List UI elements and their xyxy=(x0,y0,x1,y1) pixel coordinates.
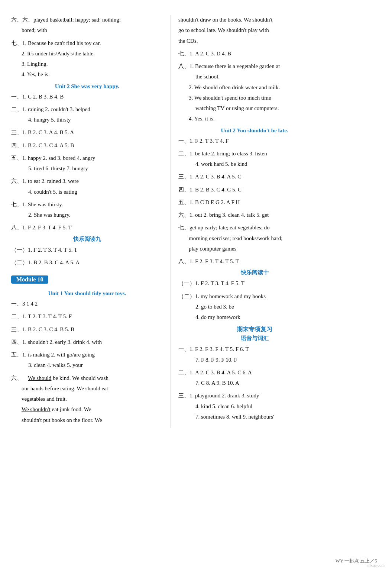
qi-line3: 3. Lingling. xyxy=(11,59,163,69)
unit1-liu: 六、 We should be kind. We should wash our… xyxy=(11,373,163,425)
r-unit2-qi: 七、get up early; late; eat vegetables; do… xyxy=(178,223,331,254)
r-unit2-liu: 六、1. out 2. bring 3. clean 4. talk 5. ge… xyxy=(178,210,331,220)
module10-label: Module 10 xyxy=(11,275,48,284)
unit2-san: 三、1. B 2. C 3. A 4. B 5. A xyxy=(11,128,163,137)
unit2-qi: 七、1. She was thirsty. 2. She was hungry. xyxy=(11,200,163,220)
unit2-liu: 六、1. to eat 2. rained 3. were 4. couldn'… xyxy=(11,176,163,197)
r-unit2-ba: 八、1. F 2. F 3. T 4. T 5. T xyxy=(178,257,331,266)
kuaile10-er: （二）1. my homework and my books 2. go to … xyxy=(178,291,331,322)
right-column: shouldn't draw on the books. We shouldn'… xyxy=(171,15,331,428)
unit1-yi: 一、3 1 4 2 xyxy=(11,299,163,309)
liu-line2: bored; with xyxy=(11,25,163,35)
r-unit2-yi: 一、1. F 2. T 3. T 4. F xyxy=(178,136,331,146)
unit1-si: 四、1. shouldn't 2. early 3. drink 4. with xyxy=(11,337,163,347)
qi-line2: 2. It's under his/Andy's/the table. xyxy=(11,49,163,58)
kuaile10-yi: （一）1. F 2. T 3. T 4. F 5. T xyxy=(178,278,331,288)
qimo-sub: 语音与词汇 xyxy=(178,335,331,342)
unit2-ba: 八、1. F 2. F 3. T 4. F 5. T xyxy=(11,223,163,232)
r-unit2-si: 四、1. B 2. B 3. C 4. C 5. C xyxy=(178,185,331,194)
kuaile9-yi: （一）1. F 2. T 3. T 4. T 5. T xyxy=(11,245,163,255)
unit1-wu: 五、1. is making 2. will go/are going 3. c… xyxy=(11,350,163,370)
unit2-title: Unit 2 She was very happy. xyxy=(11,83,163,90)
r-unit2-wu: 五、1. B C D E G 2. A F H xyxy=(178,197,331,207)
kuaile9-er: （二）1. B 2. B 3. C 4. A 5. A xyxy=(11,258,163,267)
cont-lines: shouldn't draw on the books. We shouldn'… xyxy=(178,15,331,46)
unit1-er: 二、1. T 2. T 3. T 4. T 5. F xyxy=(11,312,163,321)
r-unit2-er: 二、1. be late 2. bring; to class 3. liste… xyxy=(178,149,331,169)
unit2-si: 四、1. B 2. C 3. C 4. A 5. B xyxy=(11,141,163,150)
unit2-yi: 一、1. C 2. B 3. B 4. B xyxy=(11,92,163,101)
right-ba: 八、1. Because there is a vegetable garden… xyxy=(178,61,331,124)
qimo-yi: 一、1. F 2. F 3. F 4. T 5. F 6. T 7. F 8. … xyxy=(178,344,331,365)
page: 六、六、played basketball; happy; sad; nothi… xyxy=(0,0,392,450)
qimo-title: 期末专项复习 xyxy=(178,326,331,333)
unit2-wu: 五、1. happy 2. sad 3. bored 4. angry 5. t… xyxy=(11,153,163,174)
left-column: 六、六、played basketball; happy; sad; nothi… xyxy=(11,15,171,428)
right-qi: 七、1. A 2. C 3. D 4. B xyxy=(178,49,331,58)
qi-line1: 七、1. Because he can't find his toy car. xyxy=(11,38,163,48)
qimo-er: 二、1. A 2. C 3. B 4. A 5. C 6. A 7. C 8. … xyxy=(178,368,331,388)
unit1-title: Unit 1 You should tidy your toys. xyxy=(11,290,163,297)
unit1-san: 三、1. B 2. C 3. C 4. B 5. B xyxy=(11,325,163,334)
kuaile10-title: 快乐阅读十 xyxy=(178,269,331,276)
qi-line4: 4. Yes, he is. xyxy=(11,70,163,79)
unit2-right-title: Unit 2 You shouldn't be late. xyxy=(178,128,331,134)
kuaile9-title: 快乐阅读九 xyxy=(11,236,163,243)
section-qi-prev: 七、1. Because he can't find his toy car. … xyxy=(11,38,163,80)
qimo-san: 三、1. playground 2. drank 3. study 4. kin… xyxy=(178,391,331,422)
r-unit2-san: 三、1. A 2. C 3. B 4. A 5. C xyxy=(178,172,331,181)
section-liu-prev: 六、六、played basketball; happy; sad; nothi… xyxy=(11,15,163,35)
unit2-er: 二、1. raining 2. couldn't 3. helped 4. hu… xyxy=(11,104,163,125)
watermark: mxqe.com xyxy=(367,563,385,567)
liu-label: 六、 xyxy=(11,17,22,23)
liu-line1: 六、六、played basketball; happy; sad; nothi… xyxy=(11,15,163,25)
module10-container: Module 10 xyxy=(11,272,163,287)
